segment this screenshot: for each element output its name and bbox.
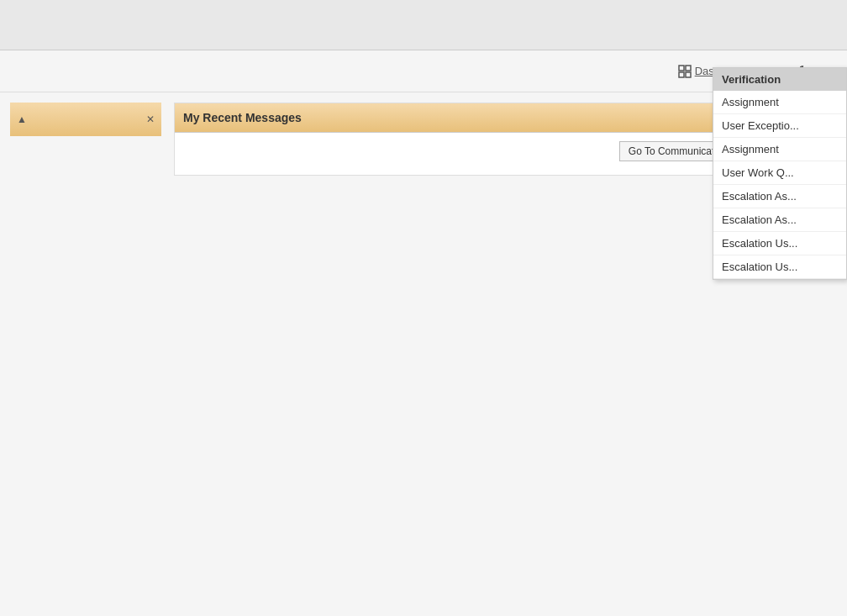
menu-item-7[interactable]: Escalation Us... xyxy=(713,255,846,279)
menu-item-2[interactable]: Assignment xyxy=(713,138,846,161)
svg-rect-3 xyxy=(686,72,691,77)
menu-item-0[interactable]: Assignment xyxy=(713,91,846,114)
menu-item-5[interactable]: Escalation As... xyxy=(713,208,846,232)
left-col-close-button[interactable]: ✕ xyxy=(146,113,155,125)
dropdown-menu: Verification Assignment User Exceptio...… xyxy=(713,67,847,280)
widget-recent-messages: My Recent Messages ▲ Go To Communication… xyxy=(174,103,779,176)
widget-header: My Recent Messages ▲ xyxy=(175,103,778,133)
svg-rect-1 xyxy=(686,66,691,71)
left-col-collapse-button[interactable]: ▲ xyxy=(17,113,27,125)
menu-item-1[interactable]: User Exceptio... xyxy=(713,114,846,138)
svg-rect-0 xyxy=(679,66,684,71)
left-column-header: ▲ ✕ xyxy=(10,103,161,136)
widget-title: My Recent Messages xyxy=(183,111,302,124)
svg-rect-2 xyxy=(679,72,684,77)
dashboard-icon xyxy=(678,65,692,78)
menu-item-4[interactable]: Escalation As... xyxy=(713,185,846,208)
menu-item-6[interactable]: Escalation Us... xyxy=(713,232,846,255)
top-bar xyxy=(0,0,847,50)
widget-body: Go To Communication Cent... xyxy=(175,133,778,175)
menu-item-3[interactable]: User Work Q... xyxy=(713,161,846,185)
dropdown-header: Verification xyxy=(713,68,846,91)
